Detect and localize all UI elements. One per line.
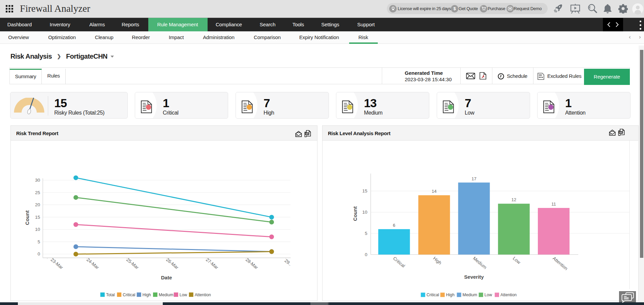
svg-text:23-Mar: 23-Mar [50,257,64,270]
svg-text:Attention: Attention [552,256,569,271]
svg-text:10: 10 [362,210,367,215]
svg-text:27-Mar: 27-Mar [205,257,219,270]
svg-text:5: 5 [37,239,40,244]
svg-text:High: High [432,256,442,266]
svg-text:26-Mar: 26-Mar [165,257,180,270]
svg-text:15: 15 [35,215,40,220]
svg-text:High: High [446,293,455,297]
svg-text:24-Mar: 24-Mar [86,257,100,270]
svg-text:17: 17 [471,176,476,181]
svg-text:0: 0 [37,251,40,256]
svg-text:29..: 29.. [284,258,293,267]
svg-text:12: 12 [512,197,516,202]
svg-text:Low: Low [180,293,187,297]
svg-text:10: 10 [35,227,40,232]
svg-text:11: 11 [551,202,556,207]
svg-text:Attention: Attention [195,293,211,297]
svg-text:Critical: Critical [392,256,406,269]
svg-text:25: 25 [35,190,40,195]
svg-text:Medium: Medium [463,293,477,297]
svg-text:Medium: Medium [159,293,173,297]
svg-text:Count: Count [24,210,30,225]
svg-text:Date: Date [161,275,172,280]
svg-text:Critical: Critical [427,293,439,297]
svg-text:5: 5 [365,231,367,236]
svg-text:6: 6 [393,223,395,228]
svg-text:28-Mar: 28-Mar [245,257,259,270]
svg-text:Low: Low [485,293,492,297]
svg-text:High: High [143,293,151,297]
svg-text:14: 14 [432,189,436,194]
svg-text:Attention: Attention [500,293,517,297]
svg-text:Count: Count [352,206,358,221]
svg-text:Severity: Severity [464,274,484,280]
svg-text:15: 15 [362,188,367,193]
svg-text:0: 0 [365,252,367,257]
svg-text:20: 20 [35,202,40,207]
svg-text:Total: Total [106,293,115,297]
svg-text:PDF: PDF [620,132,623,133]
svg-text:Critical: Critical [123,293,135,297]
svg-text:30: 30 [35,178,40,183]
svg-text:Medium: Medium [472,256,488,270]
svg-text:PDF: PDF [306,133,309,135]
svg-text:Low: Low [512,256,522,265]
svg-text:25-Mar: 25-Mar [125,257,140,270]
